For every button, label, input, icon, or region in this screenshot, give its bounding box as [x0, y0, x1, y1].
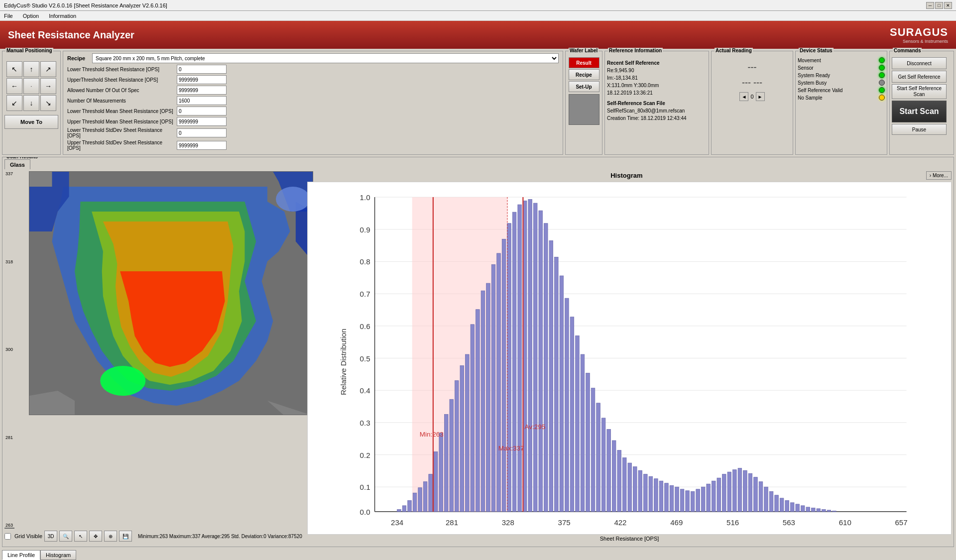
nav-up-left[interactable]: ↖ — [6, 61, 22, 77]
recipe-field-input-5[interactable] — [177, 117, 227, 126]
histogram-header: Histogram › More... — [307, 171, 952, 180]
heatmap-panel: 337 318 300 281 263 Sheet Resistance [OP… — [4, 171, 303, 542]
wafer-result-button[interactable]: Result — [569, 57, 599, 68]
btn-pan[interactable]: ✥ — [89, 531, 102, 542]
recipe-field-input-1[interactable] — [177, 75, 227, 84]
svg-rect-97 — [696, 489, 700, 512]
recipe-field-7: Upper Threshold StdDev Sheet Resistance … — [67, 140, 559, 151]
btn-3d[interactable]: 3D — [44, 531, 57, 542]
reading-nav-prev[interactable]: ◄ — [739, 92, 748, 101]
wafer-setup-button[interactable]: Set-Up — [569, 81, 599, 92]
svg-rect-48 — [439, 433, 443, 512]
reading-dashes-1: --- — [714, 62, 791, 73]
status-led-selfref — [879, 87, 885, 93]
svg-rect-85 — [633, 467, 637, 512]
svg-text:422: 422 — [614, 518, 626, 527]
menu-option[interactable]: Option — [21, 12, 41, 20]
recipe-field-4: Lower Threshold Mean Sheet Resistance [O… — [67, 107, 559, 115]
svg-rect-74 — [576, 336, 580, 512]
nav-down[interactable]: ↓ — [23, 95, 39, 111]
svg-rect-118 — [806, 507, 810, 512]
btn-cursor[interactable]: ↖ — [74, 531, 87, 542]
recipe-field-input-2[interactable] — [177, 86, 227, 95]
maximize-button[interactable]: □ — [935, 2, 943, 9]
reading-nav-next[interactable]: ► — [756, 92, 765, 101]
svg-text:0.6: 0.6 — [360, 322, 370, 331]
wafer-recipe-button[interactable]: Recipe — [569, 69, 599, 80]
menu-information[interactable]: Information — [47, 12, 78, 20]
heatmap-canvas — [29, 171, 313, 415]
nav-down-right[interactable]: ↘ — [40, 95, 56, 111]
nav-up-right[interactable]: ↗ — [40, 61, 56, 77]
recipe-dropdown[interactable]: Square 200 mm x 200 mm, 5 mm Pitch, comp… — [92, 53, 559, 63]
more-button[interactable]: › More... — [926, 171, 952, 180]
histogram-panel: Histogram › More... — [307, 171, 952, 542]
ref-recent-title: Recent Self Reference — [607, 59, 707, 67]
actual-reading-title: Actual Reading — [715, 48, 753, 53]
svg-rect-84 — [628, 463, 632, 512]
svg-point-2 — [100, 366, 145, 396]
svg-text:0.1: 0.1 — [360, 483, 370, 491]
status-label-selfref: Self Reference Valid — [798, 88, 842, 93]
svg-rect-114 — [785, 500, 789, 512]
tab-histogram[interactable]: Histogram — [40, 550, 76, 560]
status-row-movement: Movement — [798, 57, 885, 63]
recipe-select-row: Recipe Square 200 mm x 200 mm, 5 mm Pitc… — [67, 53, 559, 63]
start-scan-button[interactable]: Start Scan — [892, 101, 947, 122]
scale-281: 281 — [5, 435, 16, 440]
btn-export[interactable]: 💾 — [119, 531, 132, 542]
svg-text:0.3: 0.3 — [360, 419, 370, 427]
nav-up[interactable]: ↑ — [23, 61, 39, 77]
recipe-field-input-3[interactable] — [177, 96, 227, 105]
main-content: Manual Positioning ↖ ↑ ↗ ← · → ↙ ↓ ↘ Mov… — [0, 49, 956, 560]
nav-left[interactable]: ← — [6, 78, 22, 94]
menu-file[interactable]: File — [2, 12, 15, 20]
svg-text:Av:295: Av:295 — [524, 423, 545, 431]
tab-glass[interactable]: Glass — [4, 159, 30, 169]
scale-max: 337 — [5, 171, 16, 176]
color-bar — [4, 528, 14, 529]
nav-right[interactable]: → — [40, 78, 56, 94]
svg-text:657: 657 — [895, 518, 907, 527]
recipe-field-input-6[interactable] — [177, 128, 227, 137]
logo-area: SURAGUS Sensors & Instruments — [890, 26, 948, 44]
svg-text:328: 328 — [502, 518, 514, 527]
status-row-nosample: No Sample — [798, 95, 885, 101]
reading-dashes-2: --- --- — [714, 78, 791, 88]
svg-text:0.2: 0.2 — [360, 451, 370, 459]
recipe-field-label-6: Lower Threshold StdDev Sheet Resistance … — [67, 127, 177, 138]
btn-zoom[interactable]: 🔍 — [59, 531, 72, 542]
move-to-button[interactable]: Move To — [4, 115, 58, 129]
scan-results-title: Scan Results — [5, 157, 39, 159]
svg-rect-53 — [466, 354, 470, 512]
start-self-reference-scan-button[interactable]: Start Self Reference Scan — [892, 84, 947, 99]
ref-creation: Creation Time: 18.12.2019 12:43:44 — [607, 114, 707, 122]
svg-text:469: 469 — [670, 518, 683, 527]
svg-rect-61 — [507, 224, 511, 512]
disconnect-button[interactable]: Disconnect — [892, 57, 947, 69]
get-self-reference-button[interactable]: Get Self Reference — [892, 71, 947, 83]
svg-text:1.0: 1.0 — [360, 193, 370, 202]
pause-button[interactable]: Pause — [892, 124, 947, 135]
svg-rect-104 — [733, 470, 737, 512]
device-status-panel: Device Status Movement Sensor System Rea… — [795, 51, 887, 155]
close-button[interactable]: ✕ — [944, 2, 952, 9]
tab-line-profile[interactable]: Line Profile — [2, 550, 40, 560]
recipe-field-input-0[interactable] — [177, 65, 227, 74]
minimize-button[interactable]: ─ — [926, 2, 934, 9]
svg-rect-123 — [833, 511, 836, 512]
nav-down-left[interactable]: ↙ — [6, 95, 22, 111]
btn-lasso[interactable]: ⊕ — [104, 531, 117, 542]
svg-text:234: 234 — [391, 518, 403, 527]
recipe-field-label-4: Lower Threshold Mean Sheet Resistance [O… — [67, 109, 177, 114]
grid-label[interactable]: Grid Visible — [14, 533, 42, 539]
svg-rect-106 — [743, 470, 747, 512]
recipe-field-input-4[interactable] — [177, 107, 227, 115]
svg-rect-121 — [822, 509, 826, 512]
recipe-field-input-7[interactable] — [177, 141, 227, 150]
nav-center[interactable]: · — [23, 78, 39, 94]
grid-checkbox[interactable] — [4, 533, 11, 540]
svg-text:0.7: 0.7 — [360, 290, 370, 298]
wafer-label-title: Wafer Label — [569, 48, 598, 53]
svg-text:375: 375 — [558, 518, 571, 527]
